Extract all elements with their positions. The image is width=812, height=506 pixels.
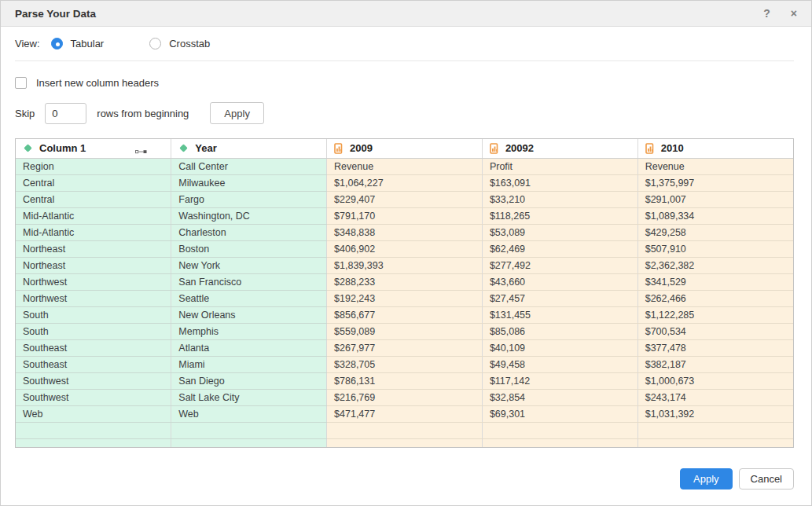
table-cell: Northwest <box>16 290 171 306</box>
table-cell: $1,089,334 <box>637 207 793 224</box>
numeric-column-icon <box>490 143 499 154</box>
table-cell: $559,089 <box>327 323 483 339</box>
column-header-column-1[interactable]: Column 1 <box>16 139 171 158</box>
column-header-label: Column 1 <box>39 142 86 154</box>
table-cell: Memphis <box>171 323 327 339</box>
table-cell: $856,677 <box>327 306 483 323</box>
table-row: SoutheastAtlanta$267,977$40,109$377,478 <box>16 339 793 356</box>
table-cell: $1,839,393 <box>327 257 483 273</box>
table-cell: $1,122,285 <box>637 306 793 323</box>
table-cell: Washington, DC <box>171 207 327 224</box>
table-cell: $471,477 <box>327 405 483 422</box>
table-cell: Northeast <box>16 240 171 257</box>
table-cell: Atlanta <box>171 339 327 356</box>
column-header-2009[interactable]: 2009 <box>327 139 483 158</box>
column-header-label: 2009 <box>350 142 373 154</box>
table-cell <box>327 438 483 448</box>
table-cell: South <box>16 323 171 339</box>
close-icon[interactable]: × <box>791 8 797 19</box>
skip-rows-input[interactable] <box>45 103 86 124</box>
dialog-title: Parse Your Data <box>15 8 743 20</box>
apply-button[interactable]: Apply <box>680 468 733 490</box>
numeric-column-icon <box>334 143 344 154</box>
column-header-2010[interactable]: 2010 <box>637 139 793 158</box>
view-selector-row: View: Tabular Crosstab <box>15 27 794 61</box>
dialog-header: Parse Your Data ? × <box>1 1 811 27</box>
table-cell: $40,109 <box>482 339 637 356</box>
table-cell: Southeast <box>16 339 171 356</box>
table-cell: $348,838 <box>327 224 483 240</box>
table-cell: San Diego <box>171 372 327 389</box>
table-cell: $262,466 <box>637 290 793 306</box>
table-cell: South <box>16 306 171 323</box>
table-cell: $131,455 <box>482 306 637 323</box>
table-cell: $163,091 <box>482 174 637 191</box>
table-cell <box>482 422 637 438</box>
preview-table: Column 1Year2009200922010 RegionCall Cen… <box>16 139 793 448</box>
table-cell <box>637 438 793 448</box>
table-cell: $791,170 <box>327 207 483 224</box>
view-option-tabular[interactable]: Tabular <box>51 38 105 50</box>
table-row: SouthwestSalt Lake City$216,769$32,854$2… <box>16 389 793 405</box>
column-header-20092[interactable]: 20092 <box>482 139 637 158</box>
table-row: CentralFargo$229,407$33,210$291,007 <box>16 191 793 207</box>
skip-apply-button[interactable]: Apply <box>210 102 264 124</box>
table-row: SouthMemphis$559,089$85,086$700,534 <box>16 323 793 339</box>
dialog-footer: Apply Cancel <box>680 468 794 490</box>
radio-crosstab-label: Crosstab <box>169 38 210 50</box>
table-cell: $53,089 <box>482 224 637 240</box>
table-cell: $1,375,997 <box>637 174 793 191</box>
table-row: NorthwestSan Francisco$288,233$43,660$34… <box>16 273 793 290</box>
numeric-column-icon <box>645 143 655 154</box>
table-cell: San Francisco <box>171 273 327 290</box>
table-row: NortheastBoston$406,902$62,469$507,910 <box>16 240 793 257</box>
table-cell: $85,086 <box>482 323 637 339</box>
parse-table-body: RegionCall CenterRevenueProfitRevenueCen… <box>16 158 793 448</box>
table-cell: Milwaukee <box>171 174 327 191</box>
column-header-year[interactable]: Year <box>171 139 327 158</box>
dimension-diamond-icon <box>178 143 189 153</box>
table-cell: $288,233 <box>327 273 483 290</box>
table-cell: $118,265 <box>482 207 637 224</box>
table-cell <box>16 422 171 438</box>
insert-headers-checkbox[interactable] <box>15 77 27 89</box>
table-row <box>16 422 793 438</box>
table-cell <box>327 422 483 438</box>
table-cell: Central <box>16 174 171 191</box>
table-row: NortheastNew York$1,839,393$277,492$2,36… <box>16 257 793 273</box>
radio-tabular-label: Tabular <box>71 38 105 50</box>
table-cell: $43,660 <box>482 273 637 290</box>
table-row: RegionCall CenterRevenueProfitRevenue <box>16 158 793 174</box>
table-cell <box>482 438 637 448</box>
table-row: Mid-AtlanticWashington, DC$791,170$118,2… <box>16 207 793 224</box>
merge-columns-icon[interactable] <box>135 145 147 157</box>
view-option-crosstab[interactable]: Crosstab <box>149 38 210 50</box>
table-cell: $192,243 <box>327 290 483 306</box>
column-header-label: Year <box>195 142 216 154</box>
table-cell: Salt Lake City <box>171 389 327 405</box>
data-preview-table-container: Column 1Year2009200922010 RegionCall Cen… <box>15 138 794 448</box>
table-cell: Northwest <box>16 273 171 290</box>
table-cell: $32,854 <box>482 389 637 405</box>
table-cell: Call Center <box>171 158 327 174</box>
help-icon[interactable]: ? <box>763 8 770 19</box>
table-cell: $700,534 <box>637 323 793 339</box>
skip-rows-row: Skip rows from beginning Apply <box>15 102 794 124</box>
table-cell: New Orleans <box>171 306 327 323</box>
cancel-button[interactable]: Cancel <box>739 468 794 490</box>
table-row: SoutheastMiami$328,705$49,458$382,187 <box>16 356 793 372</box>
table-cell: $117,142 <box>482 372 637 389</box>
column-header-label: 20092 <box>505 142 534 154</box>
radio-crosstab-icon[interactable] <box>149 38 161 50</box>
table-cell: Web <box>171 405 327 422</box>
table-row: SouthwestSan Diego$786,131$117,142$1,000… <box>16 372 793 389</box>
table-cell: $49,458 <box>482 356 637 372</box>
radio-tabular-icon[interactable] <box>51 38 63 50</box>
table-cell: Central <box>16 191 171 207</box>
skip-after-label: rows from beginning <box>97 108 189 119</box>
table-cell <box>171 422 327 438</box>
skip-label: Skip <box>15 108 35 119</box>
table-row: WebWeb$471,477$69,301$1,031,392 <box>16 405 793 422</box>
table-cell: Profit <box>482 158 637 174</box>
table-cell <box>171 438 327 448</box>
